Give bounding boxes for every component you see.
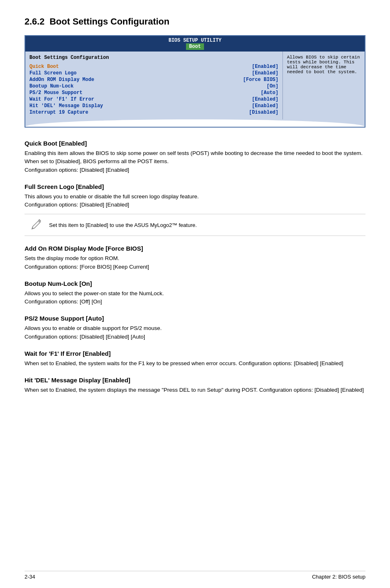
subsection-body: Allows you to enable or disable support … [25, 324, 365, 341]
sections-container: Quick Boot [Enabled]Enabling this item a… [25, 140, 365, 394]
note-box: Set this item to [Enabled] to use the AS… [25, 214, 365, 236]
bios-row: Interrupt 19 Capture[Disabled] [29, 110, 278, 115]
bios-row: Hit 'DEL' Message Display[Enabled] [29, 103, 278, 109]
subsection-body: Allows you to select the power-on state … [25, 290, 365, 306]
bios-row-label: Bootup Num-Lock [29, 83, 74, 89]
subsection-full-screen-logo: Full Screen Logo [Enabled]This allows yo… [25, 183, 365, 236]
bios-screenshot: BIOS SETUP UTILITY Boot Boot Settings Co… [25, 35, 365, 128]
subsection-title: Full Screen Logo [Enabled] [25, 183, 365, 190]
bios-row: Full Screen Logo[Enabled] [29, 70, 278, 76]
subsection-title: Hit 'DEL' Message Display [Enabled] [25, 377, 365, 384]
subsection-body: When set to Enabled, the system waits fo… [25, 359, 365, 368]
bios-row: PS/2 Mouse Support[Auto] [29, 90, 278, 96]
bios-rows: Quick Boot[Enabled]Full Screen Logo[Enab… [29, 64, 278, 115]
note-pencil-icon [29, 218, 43, 232]
bios-active-tab: Boot [186, 43, 204, 50]
subsection-body: Sets the display mode for option ROM.Con… [25, 254, 365, 271]
footer-page-number: 2-34 [25, 574, 35, 580]
footer-chapter: Chapter 2: BIOS setup [312, 574, 365, 580]
subsection-bootup-numlock: Bootup Num-Lock [On]Allows you to select… [25, 280, 365, 306]
subsection-title: Quick Boot [Enabled] [25, 140, 365, 147]
bios-section-label: Boot Settings Configuration [29, 55, 278, 61]
subsection-quick-boot: Quick Boot [Enabled]Enabling this item a… [25, 140, 365, 174]
subsection-title: Wait for 'F1' If Error [Enabled] [25, 350, 365, 357]
subsection-body: Enabling this item allows the BIOS to sk… [25, 149, 365, 174]
bios-row: Bootup Num-Lock[On] [29, 83, 278, 89]
bios-row-value: [Auto] [261, 90, 278, 96]
bios-row-value: [Enabled] [252, 64, 278, 70]
note-text: Set this item to [Enabled] to use the AS… [49, 222, 197, 228]
bios-row-value: [Enabled] [252, 70, 278, 76]
bios-row-label: Full Screen Logo [29, 70, 76, 76]
subsection-title: Add On ROM Display Mode [Force BIOS] [25, 245, 365, 252]
subsection-title: Bootup Num-Lock [On] [25, 280, 365, 287]
bios-row-label: Interrupt 19 Capture [29, 110, 88, 115]
svg-line-0 [38, 222, 39, 223]
bios-row-label: Quick Boot [29, 64, 59, 70]
bios-right-panel: Allows BIOS to skip certain tests while … [283, 52, 365, 119]
bios-row: Quick Boot[Enabled] [29, 64, 278, 70]
bios-row-label: PS/2 Mouse Support [29, 90, 83, 96]
bios-left-panel: Boot Settings Configuration Quick Boot[E… [25, 52, 283, 119]
subsection-addon-rom: Add On ROM Display Mode [Force BIOS]Sets… [25, 245, 365, 271]
bios-row-value: [Force BIOS] [243, 77, 278, 83]
subsection-hit-del: Hit 'DEL' Message Display [Enabled]When … [25, 377, 365, 394]
bios-row-value: [Disabled] [249, 110, 278, 115]
bios-row: AddOn ROM Display Mode[Force BIOS] [29, 77, 278, 83]
page-footer: 2-34 Chapter 2: BIOS setup [25, 571, 365, 580]
subsection-ps2-mouse: PS/2 Mouse Support [Auto]Allows you to e… [25, 315, 365, 341]
bios-row: Wait For 'F1' If Error[Enabled] [29, 97, 278, 102]
subsection-title: PS/2 Mouse Support [Auto] [25, 315, 365, 322]
bios-header-text: BIOS SETUP UTILITY [168, 38, 222, 43]
bios-sidebar-text: Allows BIOS to skip certain tests while … [287, 55, 360, 74]
bios-wavy-bottom [25, 119, 365, 127]
section-title: 2.6.2 Boot Settings Configuration [25, 16, 365, 27]
subsection-wait-f1: Wait for 'F1' If Error [Enabled]When set… [25, 350, 365, 368]
bios-row-value: [On] [267, 83, 278, 89]
bios-content: Boot Settings Configuration Quick Boot[E… [25, 52, 365, 119]
bios-row-value: [Enabled] [252, 97, 278, 102]
bios-row-value: [Enabled] [252, 103, 278, 109]
bios-header: BIOS SETUP UTILITY Boot [25, 36, 365, 52]
bios-row-label: Hit 'DEL' Message Display [29, 103, 103, 109]
bios-row-label: Wait For 'F1' If Error [29, 97, 94, 102]
subsection-body: When set to Enabled, the system displays… [25, 386, 365, 394]
bios-row-label: AddOn ROM Display Mode [29, 77, 94, 83]
subsection-body: This allows you to enable or disable the… [25, 193, 365, 209]
